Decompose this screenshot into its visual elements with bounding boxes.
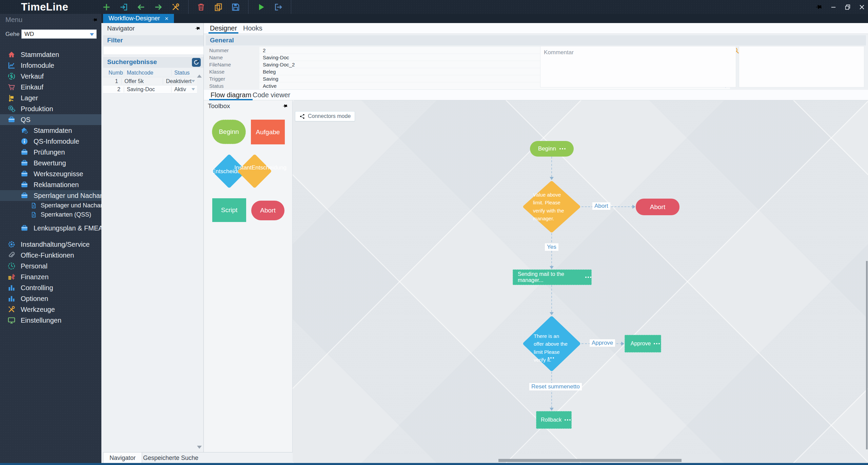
sidebar-item-einkauf[interactable]: Einkauf	[0, 82, 101, 93]
sidebar-item-bewertung[interactable]: Bewertung	[0, 158, 101, 168]
sidebar-item-sperrlager-qsn[interactable]: Sperrlager und Nacharbeit (QSN)	[0, 201, 101, 210]
toolbox-shape-abort[interactable]: Abort	[251, 201, 284, 220]
pin-icon[interactable]	[194, 25, 202, 33]
flow-node-rollback[interactable]: Rollback	[536, 411, 572, 429]
sidebar-item-lenkungsplan[interactable]: Lenkungsplan & FMEA	[0, 223, 101, 234]
save-button[interactable]	[231, 2, 240, 12]
sidebar-item-optionen[interactable]: Optionen	[0, 293, 101, 304]
sidebar-item-controlling[interactable]: Controlling	[0, 282, 101, 293]
sidebar-item-pruefungen[interactable]: Prüfungen	[0, 147, 101, 158]
sidebar-item-verkauf[interactable]: Verkauf	[0, 71, 101, 82]
toolbox-shape-beginn[interactable]: Beginn	[212, 120, 246, 144]
tab-label: Workflow-Designer	[108, 15, 160, 22]
sidebar-item-personal[interactable]: Personal	[0, 261, 101, 271]
node-menu-icon[interactable]	[565, 419, 566, 421]
flow-node-decision-limit[interactable]: Value above limit. Please verify with th…	[531, 186, 572, 227]
back-button[interactable]	[136, 2, 146, 12]
flow-node-approve[interactable]: Approve	[625, 335, 661, 352]
sidebar-item-sperrkarten-qss[interactable]: Sperrkarten (QSS)	[0, 210, 101, 219]
flow-node-beginn[interactable]: Beginn	[530, 141, 574, 157]
results-title: Suchergebnisse	[107, 58, 157, 66]
horizontal-scrollbar[interactable]	[498, 459, 682, 462]
navigator-header: Navigator	[103, 23, 203, 34]
refresh-button[interactable]	[192, 58, 201, 67]
sidebar-item-sperrlager[interactable]: Sperrlager und Nacharbeit	[0, 190, 101, 201]
run-button[interactable]	[256, 2, 266, 12]
forward-button[interactable]	[154, 2, 163, 12]
node-menu-icon[interactable]	[548, 357, 549, 359]
node-menu-icon[interactable]	[585, 277, 587, 278]
connectors-mode-button[interactable]: Connectors mode	[295, 111, 355, 121]
copy-button[interactable]	[214, 2, 223, 12]
col-status[interactable]: Status	[172, 70, 197, 76]
delete-button[interactable]	[196, 2, 206, 12]
flow-node-decision-offer[interactable]: There is an offer above the limit Please…	[531, 323, 572, 364]
col-matchcode[interactable]: Matchcode	[124, 70, 172, 76]
bottom-tab-navigator[interactable]: Navigator	[103, 452, 142, 463]
sidebar-item-einstellungen[interactable]: Einstellungen	[0, 315, 101, 326]
sidebar-item-instandhaltung[interactable]: Instandhaltung/Service	[0, 239, 101, 250]
minimize-icon[interactable]	[830, 4, 837, 11]
sidebar-items: Stammdaten Infomodule Verkauf Einkauf La…	[0, 49, 101, 326]
restore-icon[interactable]	[844, 4, 851, 11]
results-table: Numb Matchcode Status 1 Offer 5k Deaktiv…	[103, 68, 197, 94]
chevron-down-icon[interactable]	[90, 33, 94, 38]
connector-line	[551, 157, 552, 177]
pin-icon[interactable]	[91, 16, 99, 24]
sidebar-item-werkzeuge[interactable]: Werkzeuge	[0, 304, 101, 315]
toolbox-shape-instantentscheidung[interactable]: InstantEntscheidung	[242, 159, 267, 183]
sidebar-item-stammdaten[interactable]: Stammdaten	[0, 49, 101, 60]
edge-label-abort[interactable]: Abort	[592, 202, 610, 210]
flow-canvas[interactable]: Connectors mode Beginn Value above limit…	[293, 100, 868, 463]
close-icon[interactable]	[859, 4, 865, 11]
comment-textarea[interactable]: Kommentar	[540, 46, 736, 87]
bottom-accent-line	[0, 463, 868, 465]
pin-icon[interactable]	[281, 102, 289, 110]
node-menu-icon[interactable]	[559, 148, 561, 149]
vertical-scrollbar[interactable]	[866, 261, 868, 449]
sidebar-item-werkszeugnisse[interactable]: Werkszeugnisse	[0, 168, 101, 179]
toolbox-shape-script[interactable]: Script	[212, 198, 246, 222]
dropdown-icon[interactable]	[192, 80, 195, 84]
bottom-tab-gespeicherte-suche[interactable]: Gespeicherte Suche	[137, 452, 204, 463]
flow-node-sending-mail[interactable]: Sending mail to the manager...	[513, 269, 592, 285]
col-numb[interactable]: Numb	[103, 70, 124, 76]
scroll-down-icon[interactable]	[197, 446, 202, 449]
flow-node-abort[interactable]: Abort	[636, 199, 679, 215]
sidebar-item-lager[interactable]: Lager	[0, 93, 101, 103]
tab-hooks[interactable]: Hooks	[242, 23, 264, 34]
results-table-header: Numb Matchcode Status	[103, 68, 197, 77]
scroll-up-icon[interactable]	[197, 75, 202, 78]
sidebar-item-qs[interactable]: QS	[0, 114, 101, 125]
sidebar-item-reklamationen[interactable]: Reklamationen	[0, 179, 101, 190]
dropdown-icon[interactable]	[192, 88, 195, 92]
table-row[interactable]: 1 Offer 5k Deaktiviert	[103, 77, 197, 85]
results-section-header: Suchergebnisse	[103, 57, 203, 68]
pin-window-icon[interactable]	[814, 2, 824, 12]
filter-input[interactable]	[103, 46, 204, 55]
sidebar-item-office-funktionen[interactable]: Office-Funktionen	[0, 250, 101, 261]
export-button[interactable]	[274, 2, 283, 12]
edge-label-yes[interactable]: Yes	[545, 243, 558, 251]
sidebar-item-produktion[interactable]: Produktion	[0, 103, 101, 114]
edge-label-reset[interactable]: Reset summenetto	[529, 383, 582, 390]
node-menu-icon[interactable]	[654, 343, 655, 344]
import-button[interactable]	[119, 2, 129, 12]
sidebar-item-infomodule[interactable]: Infomodule	[0, 60, 101, 71]
tab-designer[interactable]: Designer	[209, 23, 238, 34]
table-row[interactable]: 2 Saving-Doc Aktiv	[103, 85, 197, 94]
goto-input[interactable]: WD	[21, 29, 97, 39]
edge-label-approve[interactable]: Approve	[590, 339, 615, 347]
tools-button[interactable]	[171, 2, 180, 12]
add-button[interactable]	[102, 2, 111, 12]
tab-code-viewer[interactable]: Code viewer	[251, 90, 292, 100]
sidebar-item-qs-stammdaten[interactable]: Stammdaten	[0, 125, 101, 136]
tab-close-icon[interactable]: ×	[165, 15, 169, 22]
sidebar-item-finanzen[interactable]: Finanzen	[0, 271, 101, 282]
comment-extra-box[interactable]	[739, 46, 864, 87]
sidebar-item-qs-infomodule[interactable]: QS-Infomodule	[0, 136, 101, 147]
top-bar: TimeLine	[0, 0, 868, 14]
tab-workflow-designer[interactable]: Workflow-Designer ×	[103, 14, 174, 23]
tab-flow-diagram[interactable]: Flow diagram	[209, 90, 253, 100]
toolbox-shape-aufgabe[interactable]: Aufgabe	[251, 120, 285, 144]
